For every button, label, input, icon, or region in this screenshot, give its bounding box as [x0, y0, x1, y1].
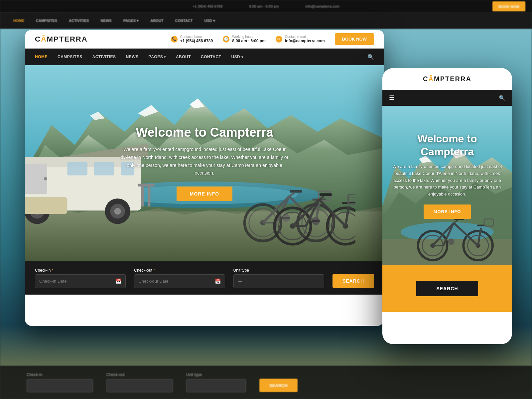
mobile-topbar: CÂMPTERRA — [382, 68, 512, 90]
mobile-navbar: ☰ 🔍 — [382, 90, 512, 106]
checkout-input[interactable] — [134, 274, 225, 288]
more-info-button[interactable]: MORE INFO — [177, 187, 232, 201]
mobile-search-icon[interactable]: 🔍 — [499, 95, 505, 101]
svg-point-17 — [44, 177, 47, 180]
desktop-hero: Welcome to Campterra We are a family-ori… — [25, 65, 384, 261]
bg-topbar: +1 (954) 456 6789 8:00 am - 6:00 pm info… — [0, 0, 532, 13]
mobile-hero: Welcome to Campterra We are a family-ori… — [382, 106, 512, 265]
hamburger-icon[interactable]: ☰ — [389, 94, 394, 101]
desktop-topbar: CÂMPTERRA 📞 Contact phone: +1 (954) 456 … — [25, 30, 384, 49]
mobile-hero-description: We are a family-oriented campground loca… — [389, 163, 505, 198]
bg-phone: +1 (954) 456 6789 — [193, 4, 222, 8]
search-button[interactable]: SEARCH — [332, 274, 374, 288]
mobile-logo: CÂMPTERRA — [423, 75, 471, 83]
nav-about[interactable]: ABOUT — [176, 55, 191, 59]
phone-icon: 📞 — [171, 36, 178, 43]
nav-contact[interactable]: CONTACT — [201, 55, 221, 59]
search-icon[interactable]: 🔍 — [367, 54, 374, 60]
hero-description: We are a family-oriented campground loca… — [118, 146, 291, 177]
svg-point-88 — [448, 238, 455, 245]
svg-point-23 — [114, 208, 121, 214]
checkin-input[interactable] — [35, 274, 126, 288]
checkin-field: Check-in * 📅 — [35, 268, 126, 288]
email-icon: ✉ — [276, 36, 282, 43]
mobile-booking-bar: SEARCH — [382, 265, 512, 312]
bg-search-button: SEARCH — [259, 379, 298, 392]
bg-book-btn: BOOK NOW — [492, 1, 525, 11]
nav-campsites[interactable]: CAMPSITES — [58, 55, 82, 59]
hero-content: Welcome to Campterra We are a family-ori… — [79, 125, 330, 201]
mobile-hero-content: Welcome to Campterra We are a family-ori… — [382, 126, 512, 225]
desktop-navbar: HOME CAMPSITES ACTIVITIES NEWS PAGES ABO… — [25, 49, 384, 65]
nav-home[interactable]: HOME — [35, 55, 48, 59]
checkout-field: Check-out * 📅 — [134, 268, 225, 288]
calendar-icon-2: 📅 — [215, 278, 221, 284]
calendar-icon: 📅 — [115, 278, 122, 284]
unit-type-field: Unit type — — [233, 268, 324, 288]
nav-pages[interactable]: PAGES — [149, 55, 166, 59]
clock-icon: 🕐 — [223, 36, 229, 43]
unit-type-select[interactable]: — — [233, 274, 324, 288]
mobile-more-info-button[interactable]: MORE INFO — [424, 204, 471, 219]
nav-usd[interactable]: USD — [231, 55, 243, 59]
svg-line-81 — [454, 223, 478, 246]
bg-navbar: HOME CAMPSITES ACTIVITIES NEWS PAGES ▾ A… — [0, 13, 532, 29]
booking-bar: Check-in * 📅 Check-out * 📅 Unit type — S… — [25, 261, 384, 295]
mobile-mockup: CÂMPTERRA ☰ 🔍 — [382, 68, 512, 344]
bg-hours: 8:00 am - 6:00 pm — [249, 4, 279, 8]
bg-booking-bar: Check-in Check-out Unit type SEARCH — [0, 366, 532, 399]
mobile-hero-title: Welcome to Campterra — [389, 132, 505, 158]
hero-title: Welcome to Campterra — [79, 125, 330, 140]
desktop-mockup: CÂMPTERRA 📞 Contact phone: +1 (954) 456 … — [25, 30, 384, 326]
book-now-button[interactable]: BOOK NOW — [335, 33, 374, 45]
bg-email: info@campterra.com — [306, 4, 339, 8]
mobile-search-button[interactable]: SEARCH — [416, 281, 478, 296]
desktop-logo: CÂMPTERRA — [35, 35, 88, 44]
nav-news[interactable]: NEWS — [126, 55, 139, 59]
svg-rect-24 — [25, 197, 67, 214]
nav-activities[interactable]: ACTIVITIES — [92, 55, 116, 59]
